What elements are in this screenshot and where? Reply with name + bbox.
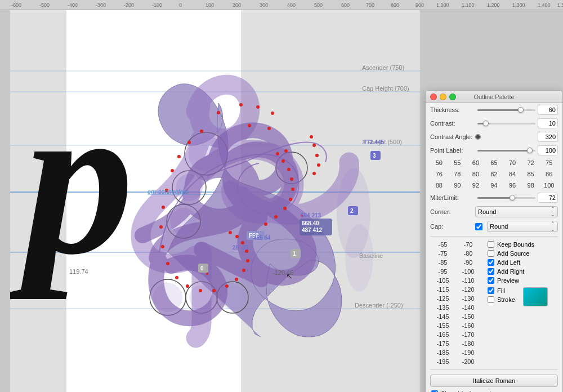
keep-bounds-label: Keep Bounds	[497, 241, 534, 248]
num-70[interactable]: 70	[503, 158, 521, 167]
num-65[interactable]: 65	[485, 158, 503, 167]
num-n85[interactable]: -85	[430, 258, 455, 267]
num-n185[interactable]: -185	[430, 348, 455, 357]
corner-select[interactable]: Round ⌃⌄	[475, 206, 558, 217]
add-right-row[interactable]: Add Right	[483, 267, 558, 276]
num-n105[interactable]: -105	[430, 276, 455, 285]
svg-point-39	[175, 276, 178, 279]
maximize-button[interactable]	[449, 93, 456, 100]
num-n130[interactable]: -130	[455, 294, 481, 303]
color-swatch[interactable]	[523, 287, 548, 306]
num-90[interactable]: 90	[449, 181, 467, 190]
svg-point-23	[217, 111, 220, 114]
num-78[interactable]: 78	[449, 170, 467, 179]
svg-point-44	[235, 278, 238, 281]
keep-bounds-checkbox[interactable]	[488, 241, 494, 248]
num-55[interactable]: 55	[449, 158, 467, 167]
num-92[interactable]: 92	[467, 181, 485, 190]
svg-point-62	[315, 154, 319, 157]
num-n90[interactable]: -90	[455, 258, 481, 267]
svg-point-58	[282, 159, 285, 163]
num-60[interactable]: 60	[467, 158, 485, 167]
num-72[interactable]: 72	[522, 158, 540, 167]
num-n170[interactable]: -170	[455, 330, 481, 339]
num-n70[interactable]: -70	[455, 240, 481, 249]
close-button[interactable]	[430, 93, 437, 100]
num-n140[interactable]: -140	[455, 303, 481, 312]
miterlimit-value[interactable]: 72	[538, 193, 558, 203]
italicize-button[interactable]: Italicize Roman	[430, 375, 558, 387]
svg-point-42	[212, 289, 216, 292]
num-n175[interactable]: -175	[430, 339, 455, 348]
num-n120[interactable]: -120	[455, 285, 481, 294]
num-88[interactable]: 88	[430, 181, 448, 190]
svg-text:1: 1	[293, 251, 296, 257]
num-86[interactable]: 86	[540, 170, 558, 179]
num-84[interactable]: 84	[503, 170, 521, 179]
num-76[interactable]: 76	[430, 170, 448, 179]
num-n125[interactable]: -125	[430, 294, 455, 303]
num-n110[interactable]: -110	[455, 276, 481, 285]
fill-checkbox[interactable]	[488, 287, 494, 294]
add-source-checkbox[interactable]	[488, 250, 494, 257]
point-label-row: Point Label: 100	[426, 144, 562, 157]
stroke-label: Stroke	[497, 296, 515, 303]
contrast-slider[interactable]	[475, 123, 538, 124]
contrast-angle-row: Contrast Angle: 320	[426, 130, 562, 144]
thickness-value[interactable]: 60	[538, 105, 558, 115]
corner-row: Corner: Round ⌃⌄	[426, 204, 562, 219]
num-n150[interactable]: -150	[455, 312, 481, 321]
num-n75[interactable]: -75	[430, 249, 455, 258]
preview-row[interactable]: Preview	[483, 276, 558, 285]
svg-point-24	[239, 103, 243, 106]
cap-label: Cap:	[430, 223, 475, 230]
contrast-value[interactable]: 10	[538, 118, 558, 128]
num-85[interactable]: 85	[522, 170, 540, 179]
svg-text:em-connectors: em-connectors	[148, 188, 189, 195]
show-black-row[interactable]: Show black sample	[426, 389, 562, 392]
point-label-slider[interactable]	[475, 150, 538, 152]
num-n190[interactable]: -190	[455, 348, 481, 357]
num-50[interactable]: 50	[430, 158, 448, 167]
corner-value: Round	[478, 208, 496, 215]
canvas-area[interactable]: p	[10, 10, 420, 392]
num-n155[interactable]: -155	[430, 321, 455, 330]
num-n180[interactable]: -180	[455, 339, 481, 348]
stroke-checkbox[interactable]	[488, 296, 494, 303]
minimize-button[interactable]	[440, 93, 446, 100]
point-label-value[interactable]: 100	[538, 145, 558, 155]
num-n115[interactable]: -115	[430, 285, 455, 294]
contrast-angle-value[interactable]: 320	[538, 132, 558, 142]
num-n160[interactable]: -160	[455, 321, 481, 330]
svg-point-46	[246, 259, 249, 262]
num-n195[interactable]: -195	[430, 357, 455, 366]
num-n95[interactable]: -95	[430, 267, 455, 276]
num-n80[interactable]: -80	[455, 249, 481, 258]
num-n165[interactable]: -165	[430, 330, 455, 339]
preview-checkbox[interactable]	[488, 277, 494, 284]
fill-row[interactable]: Fill	[483, 286, 520, 295]
num-100[interactable]: 100	[540, 181, 558, 190]
keep-bounds-row[interactable]: Keep Bounds	[483, 240, 558, 249]
num-n135[interactable]: -135	[430, 303, 455, 312]
thickness-slider[interactable]	[475, 109, 538, 111]
cap-checkbox[interactable]	[475, 223, 482, 230]
add-left-checkbox[interactable]	[488, 259, 494, 266]
num-98[interactable]: 98	[522, 181, 540, 190]
num-n145[interactable]: -145	[430, 312, 455, 321]
num-80[interactable]: 80	[467, 170, 485, 179]
num-n200[interactable]: -200	[455, 357, 481, 366]
num-75[interactable]: 75	[540, 158, 558, 167]
add-source-row[interactable]: Add Source	[483, 249, 558, 258]
num-n65[interactable]: -65	[430, 240, 455, 249]
num-n100[interactable]: -100	[455, 267, 481, 276]
cap-select[interactable]: Round ⌃⌄	[487, 221, 558, 232]
add-left-row[interactable]: Add Left	[483, 258, 558, 267]
num-82[interactable]: 82	[485, 170, 503, 179]
num-96[interactable]: 96	[503, 181, 521, 190]
stroke-row[interactable]: Stroke	[483, 295, 520, 304]
svg-point-53	[283, 207, 287, 210]
num-94[interactable]: 94	[485, 181, 503, 190]
miterlimit-slider[interactable]	[475, 197, 538, 199]
add-right-checkbox[interactable]	[488, 268, 494, 275]
